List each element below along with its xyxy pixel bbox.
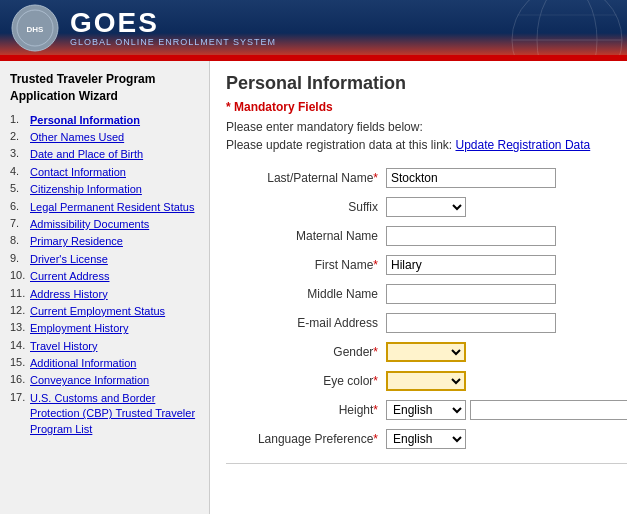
sidebar-item-additional-info[interactable]: 15. Additional Information: [10, 356, 199, 371]
page-title: Personal Information: [226, 73, 627, 94]
goes-title: GOES: [70, 9, 276, 37]
header: DHS GOES GLOBAL ONLINE ENROLLMENT SYSTEM: [0, 0, 627, 55]
sidebar-item-num: 1.: [10, 113, 30, 125]
middle-name-input-wrapper: [386, 284, 627, 304]
header-logo: GOES GLOBAL ONLINE ENROLLMENT SYSTEM: [70, 9, 276, 47]
language-label: Language Preference: [226, 432, 386, 446]
first-name-row: First Name: [226, 253, 627, 277]
gender-input-wrapper: Male Female: [386, 342, 627, 362]
update-registration-link[interactable]: Update Registration Data: [455, 138, 590, 152]
sidebar-item-employment-history[interactable]: 13. Employment History: [10, 321, 199, 336]
first-name-label: First Name: [226, 258, 386, 272]
sidebar-item-drivers-license[interactable]: 9. Driver's License: [10, 252, 199, 267]
height-input-wrapper: English Metric ft. in.: [386, 400, 627, 420]
sidebar-item-contact[interactable]: 4. Contact Information: [10, 165, 199, 180]
instructions-text: Please enter mandatory fields below:: [226, 120, 627, 134]
maternal-name-input-wrapper: [386, 226, 627, 246]
sidebar-item-employment-status[interactable]: 12. Current Employment Status: [10, 304, 199, 319]
sidebar-item-citizenship[interactable]: 5. Citizenship Information: [10, 182, 199, 197]
form-divider: [226, 463, 627, 464]
sidebar-item-current-address[interactable]: 10. Current Address: [10, 269, 199, 284]
update-text: Please update registration data at this …: [226, 138, 452, 152]
main-layout: Trusted Traveler Program Application Wiz…: [0, 61, 627, 514]
middle-name-input[interactable]: [386, 284, 556, 304]
globe-icon: [487, 0, 627, 55]
svg-text:DHS: DHS: [27, 25, 45, 34]
suffix-input-wrapper: Jr Sr II III: [386, 197, 627, 217]
mandatory-label: * Mandatory Fields: [226, 100, 627, 114]
eye-color-label: Eye color: [226, 374, 386, 388]
last-name-input[interactable]: [386, 168, 556, 188]
gender-select[interactable]: Male Female: [386, 342, 466, 362]
language-input-wrapper: English Spanish French: [386, 429, 627, 449]
first-name-input-wrapper: [386, 255, 627, 275]
sidebar-item-conveyance[interactable]: 16. Conveyance Information: [10, 373, 199, 388]
dhs-seal-icon: DHS: [10, 3, 60, 53]
svg-point-3: [512, 0, 622, 55]
email-input[interactable]: [386, 313, 556, 333]
update-link-row: Please update registration data at this …: [226, 138, 627, 152]
gender-row: Gender Male Female: [226, 340, 627, 364]
last-name-input-wrapper: [386, 168, 627, 188]
sidebar-item-date-of-birth[interactable]: 3. Date and Place of Birth: [10, 147, 199, 162]
suffix-select[interactable]: Jr Sr II III: [386, 197, 466, 217]
language-row: Language Preference English Spanish Fren…: [226, 427, 627, 451]
email-input-wrapper: [386, 313, 627, 333]
sidebar-item-travel-history[interactable]: 14. Travel History: [10, 339, 199, 354]
sidebar-item-admissibility[interactable]: 7. Admissibility Documents: [10, 217, 199, 232]
sidebar-item-address-history[interactable]: 11. Address History: [10, 287, 199, 302]
sidebar-item-personal-information[interactable]: 1. Personal Information: [10, 113, 199, 128]
height-label: Height: [226, 403, 386, 417]
header-subtitle: GLOBAL ONLINE ENROLLMENT SYSTEM: [70, 37, 276, 47]
sidebar: Trusted Traveler Program Application Wiz…: [0, 61, 210, 514]
middle-name-row: Middle Name: [226, 282, 627, 306]
height-ft-input[interactable]: [470, 400, 627, 420]
sidebar-item-other-names[interactable]: 2. Other Names Used: [10, 130, 199, 145]
sidebar-item-label[interactable]: Personal Information: [30, 113, 140, 128]
maternal-name-input[interactable]: [386, 226, 556, 246]
last-name-label: Last/Paternal Name: [226, 171, 386, 185]
email-label: E-mail Address: [226, 316, 386, 330]
email-row: E-mail Address: [226, 311, 627, 335]
height-row: Height English Metric ft. in.: [226, 398, 627, 422]
height-controls: English Metric ft. in.: [386, 400, 627, 420]
gender-label: Gender: [226, 345, 386, 359]
middle-name-label: Middle Name: [226, 287, 386, 301]
suffix-label: Suffix: [226, 200, 386, 214]
eye-color-select[interactable]: Blue Brown Green Gray Hazel Black: [386, 371, 466, 391]
buttons-row: < Back Reset Next >: [226, 472, 627, 496]
personal-info-form: Last/Paternal Name Suffix Jr Sr II III: [226, 166, 627, 451]
sidebar-list: 1. Personal Information 2. Other Names U…: [10, 113, 199, 437]
content-area: Personal Information * Mandatory Fields …: [210, 61, 627, 514]
sidebar-item-cbp-list[interactable]: 17. U.S. Customs and Border Protection (…: [10, 391, 199, 437]
maternal-name-label: Maternal Name: [226, 229, 386, 243]
sidebar-title: Trusted Traveler Program Application Wiz…: [10, 71, 199, 105]
last-name-row: Last/Paternal Name: [226, 166, 627, 190]
maternal-name-row: Maternal Name: [226, 224, 627, 248]
sidebar-item-legal-resident[interactable]: 6. Legal Permanent Resident Status: [10, 200, 199, 215]
suffix-row: Suffix Jr Sr II III: [226, 195, 627, 219]
eye-color-row: Eye color Blue Brown Green Gray Hazel Bl…: [226, 369, 627, 393]
language-select[interactable]: English Spanish French: [386, 429, 466, 449]
svg-point-4: [537, 0, 597, 55]
height-unit-select[interactable]: English Metric: [386, 400, 466, 420]
eye-color-input-wrapper: Blue Brown Green Gray Hazel Black: [386, 371, 627, 391]
first-name-input[interactable]: [386, 255, 556, 275]
sidebar-item-primary-residence[interactable]: 8. Primary Residence: [10, 234, 199, 249]
